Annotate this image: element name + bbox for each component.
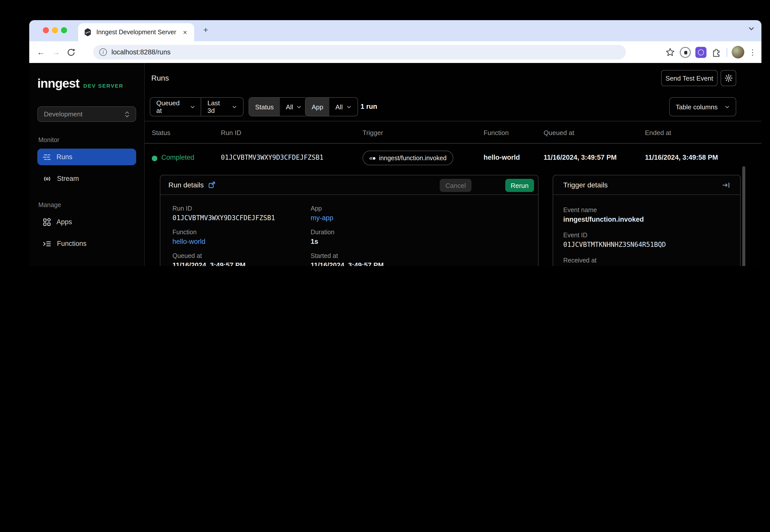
rerun-button[interactable]: Rerun — [505, 179, 534, 192]
table-header-divider — [145, 143, 761, 144]
field-started: Started at 11/16/2024, 3:49:57 PM — [311, 252, 526, 266]
tab-search-chevron-icon[interactable] — [748, 27, 754, 31]
sidebar-item-functions[interactable]: Functions — [37, 235, 136, 252]
browser-window: Inngest Development Server × + ← → i loc… — [29, 20, 761, 266]
screen: Inngest Development Server × + ← → i loc… — [0, 0, 770, 266]
row-function: hello-world — [483, 154, 520, 161]
close-tab-icon[interactable]: × — [181, 28, 189, 36]
field-function-label: Function — [172, 229, 311, 236]
reload-icon[interactable] — [63, 48, 79, 56]
send-test-event-button[interactable]: Send Test Event — [661, 70, 718, 86]
trigger-details-fields: Event name inngest/function.invoked Even… — [553, 195, 740, 266]
trigger-pill[interactable]: «● inngest/function.invoked — [363, 151, 453, 165]
toolbar-right: ⋮ — [665, 41, 756, 63]
field-event-name: Event name inngest/function.invoked — [563, 207, 730, 223]
col-header-run-id: Run ID — [221, 129, 241, 137]
row-run-id: 01JCVBTMV3WXY9D3CFDEJFZSB1 — [221, 154, 324, 161]
trigger-details-header: Trigger details — [553, 175, 740, 195]
purple-extension-icon[interactable] — [695, 47, 707, 58]
chevron-down-icon — [346, 105, 351, 109]
field-event-name-label: Event name — [563, 207, 730, 214]
stream-icon — [43, 175, 51, 182]
run-details-panel: Run details Cancel Rerun Run ID 01JCVBTM… — [160, 175, 538, 266]
sidebar-item-runs[interactable]: Runs — [37, 149, 136, 165]
time-range-filter[interactable]: Last 3d — [202, 98, 243, 116]
close-window-button[interactable] — [43, 27, 49, 33]
external-link-icon[interactable] — [208, 181, 215, 188]
profile-avatar[interactable] — [732, 46, 744, 58]
field-event-id: Event ID 01JCVBTMTKNHNHZ3SN64R51BQD — [563, 232, 730, 248]
run-details-header: Run details Cancel Rerun — [160, 175, 538, 195]
queued-at-filter[interactable]: Queued at — [150, 98, 201, 116]
chevron-down-icon — [725, 105, 730, 109]
site-info-icon[interactable]: i — [99, 48, 107, 56]
browser-toolbar: ← → i localhost:8288/runs — [29, 41, 761, 63]
new-tab-button[interactable]: + — [203, 25, 208, 35]
page-scrollbar[interactable] — [742, 166, 745, 266]
toolbar-separator — [727, 48, 727, 57]
queued-at-filter-label: Queued at — [156, 99, 186, 114]
field-duration: Duration 1s — [311, 229, 526, 245]
field-app-value[interactable]: my-app — [311, 214, 526, 222]
inngest-logo: inngest — [37, 76, 79, 91]
field-duration-value: 1s — [311, 238, 526, 245]
tab-strip: Inngest Development Server × + — [29, 20, 761, 41]
sidebar-item-stream-label: Stream — [57, 175, 79, 182]
status-filter-label: Status — [249, 98, 280, 116]
url-bar[interactable]: i localhost:8288/runs — [93, 45, 626, 59]
field-received-at-label: Received at — [563, 257, 730, 264]
password-manager-extension-icon[interactable] — [680, 47, 691, 58]
back-icon[interactable]: ← — [33, 48, 48, 57]
invoke-icon: «● — [369, 154, 375, 161]
settings-gear-button[interactable] — [721, 70, 736, 86]
row-status: Completed — [161, 154, 195, 161]
run-details-title: Run details — [168, 181, 204, 189]
table-columns-label: Table columns — [676, 103, 718, 111]
app-filter-value[interactable]: All — [329, 98, 357, 116]
chevron-down-icon — [232, 105, 237, 109]
status-dot — [152, 156, 157, 161]
gear-icon — [724, 74, 732, 82]
trigger-pill-label: inngest/function.invoked — [379, 154, 446, 161]
app-filter-label: App — [306, 98, 329, 116]
field-started-value: 11/16/2024, 3:49:57 PM — [311, 261, 526, 266]
sidebar-item-functions-label: Functions — [57, 240, 86, 247]
environment-select[interactable]: Development — [37, 106, 136, 122]
field-duration-label: Duration — [311, 229, 526, 236]
app-root: inngest DEV SERVER Development Monitor — [29, 63, 761, 266]
sidebar-item-apps[interactable]: Apps — [37, 214, 136, 230]
col-header-function: Function — [483, 129, 509, 137]
forward-icon[interactable]: → — [48, 48, 63, 57]
status-filter[interactable]: Status All — [249, 97, 308, 116]
field-function-value[interactable]: hello-world — [172, 238, 311, 245]
trigger-details-panel: Trigger details Event name inngest/funct… — [553, 175, 741, 266]
app-filter-value-text: All — [335, 103, 343, 111]
field-app-label: App — [311, 205, 526, 212]
sidebar-item-runs-label: Runs — [56, 153, 72, 161]
main-content: Runs Send Test Event — [145, 63, 761, 266]
zoom-window-button[interactable] — [61, 27, 67, 33]
dev-server-badge: DEV SERVER — [83, 83, 123, 89]
table-columns-button[interactable]: Table columns — [669, 97, 736, 116]
collapse-panel-icon[interactable] — [722, 182, 730, 188]
sidebar-item-stream[interactable]: Stream — [37, 170, 136, 187]
minimize-window-button[interactable] — [52, 27, 58, 33]
app-filter[interactable]: App All — [305, 97, 358, 116]
browser-tab[interactable]: Inngest Development Server × — [78, 23, 194, 41]
bookmark-star-icon[interactable] — [665, 47, 675, 57]
url-text: localhost:8288/runs — [111, 48, 170, 56]
monitor-section-label: Monitor — [37, 137, 136, 144]
extensions-puzzle-icon[interactable] — [711, 47, 722, 58]
field-event-name-value: inngest/function.invoked — [563, 216, 730, 223]
sidebar: inngest DEV SERVER Development Monitor — [29, 63, 145, 266]
cancel-button[interactable]: Cancel — [440, 179, 471, 192]
status-filter-value[interactable]: All — [280, 98, 308, 116]
field-run-id-value: 01JCVBTMV3WXY9D3CFDEJFZSB1 — [172, 214, 311, 222]
browser-menu-icon[interactable]: ⋮ — [749, 48, 756, 57]
apps-icon — [43, 218, 51, 226]
row-queued-at: 11/16/2024, 3:49:57 PM — [543, 154, 617, 161]
inngest-favicon — [83, 28, 92, 37]
field-queued: Queued at 11/16/2024, 3:49:57 PM — [172, 252, 311, 266]
chevron-down-icon — [297, 105, 302, 109]
field-queued-value: 11/16/2024, 3:49:57 PM — [172, 261, 311, 266]
